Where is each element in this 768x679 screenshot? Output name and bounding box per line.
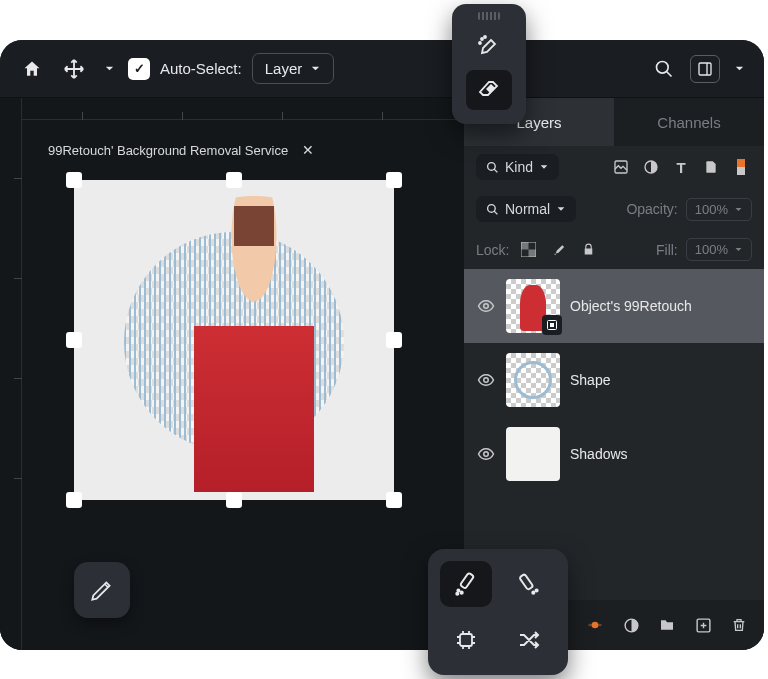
lock-label: Lock: xyxy=(476,242,509,258)
lock-position-icon[interactable] xyxy=(577,239,599,261)
layer-name: Shape xyxy=(570,372,610,388)
layer-row[interactable]: Shape xyxy=(464,343,764,417)
select-mode-dropdown[interactable]: Layer xyxy=(252,53,335,84)
tab-channels[interactable]: Channels xyxy=(614,98,764,146)
svg-point-14 xyxy=(484,452,489,457)
document-tab-title: 99Retouch' Background Removal Service xyxy=(48,143,288,158)
transform-handle-mr[interactable] xyxy=(386,332,402,348)
workspace-layout-button[interactable] xyxy=(690,55,720,83)
blend-row: Normal Opacity: 100% xyxy=(464,188,764,230)
transform-handle-tc[interactable] xyxy=(226,172,242,188)
document-tab-strip: 99Retouch' Background Removal Service ✕ xyxy=(40,136,322,164)
ruler-left xyxy=(0,98,22,650)
home-button[interactable] xyxy=(16,53,48,85)
svg-rect-5 xyxy=(737,159,745,167)
visibility-toggle[interactable] xyxy=(476,444,496,464)
svg-rect-1 xyxy=(699,63,711,75)
svg-point-0 xyxy=(657,61,669,73)
shuffle-tool[interactable] xyxy=(503,617,555,663)
workspace-layout-dropdown[interactable] xyxy=(730,53,748,85)
close-tab-button[interactable]: ✕ xyxy=(302,142,314,158)
layer-row[interactable]: Object's 99Retouch xyxy=(464,269,764,343)
document-canvas[interactable] xyxy=(74,180,394,500)
fx-button[interactable] xyxy=(584,614,606,636)
layer-thumbnail xyxy=(506,353,560,407)
svg-point-19 xyxy=(481,38,483,40)
layer-thumbnail xyxy=(506,279,560,333)
lock-row: Lock: Fill: 100% xyxy=(464,230,764,269)
transform-handle-tl[interactable] xyxy=(66,172,82,188)
filter-adjustment-icon[interactable] xyxy=(640,156,662,178)
top-toolbar: ✓ Auto-Select: Layer xyxy=(0,40,764,98)
svg-point-2 xyxy=(488,162,496,170)
svg-point-20 xyxy=(484,36,486,38)
pen-tool-button[interactable] xyxy=(74,562,130,618)
ruler-top xyxy=(22,98,464,120)
svg-point-21 xyxy=(479,42,481,44)
new-layer-button[interactable] xyxy=(692,614,714,636)
transform-handle-br[interactable] xyxy=(386,492,402,508)
canvas-area: 99Retouch' Background Removal Service ✕ xyxy=(0,98,464,650)
auto-select-checkbox[interactable]: ✓ xyxy=(128,58,150,80)
healing-brush-tool[interactable] xyxy=(440,561,492,607)
filter-smart-icon[interactable] xyxy=(730,156,752,178)
svg-rect-6 xyxy=(737,167,745,175)
svg-point-28 xyxy=(532,592,534,594)
auto-select-label: Auto-Select: xyxy=(160,60,242,77)
layer-filter-kind[interactable]: Kind xyxy=(476,154,559,180)
svg-point-27 xyxy=(536,589,538,591)
lock-pixels-icon[interactable] xyxy=(547,239,569,261)
transform-handle-bc[interactable] xyxy=(226,492,242,508)
opacity-label: Opacity: xyxy=(626,201,677,217)
delete-layer-button[interactable] xyxy=(728,614,750,636)
floating-brush-panel[interactable] xyxy=(452,4,526,124)
brush-tool[interactable] xyxy=(466,26,512,66)
transform-handle-ml[interactable] xyxy=(66,332,82,348)
svg-point-11 xyxy=(484,304,489,309)
svg-rect-26 xyxy=(519,574,533,590)
spot-healing-tool[interactable] xyxy=(503,561,555,607)
svg-point-25 xyxy=(456,593,458,595)
filter-type-icon[interactable]: T xyxy=(670,156,692,178)
fill-value[interactable]: 100% xyxy=(686,238,752,261)
fill-label: Fill: xyxy=(656,242,678,258)
eraser-tool[interactable] xyxy=(466,70,512,110)
svg-rect-10 xyxy=(528,250,536,258)
transform-handle-tr[interactable] xyxy=(386,172,402,188)
layer-name: Shadows xyxy=(570,446,628,462)
smart-object-badge xyxy=(542,315,562,335)
visibility-toggle[interactable] xyxy=(476,370,496,390)
opacity-value[interactable]: 100% xyxy=(686,198,752,221)
svg-rect-22 xyxy=(460,573,474,589)
move-tool-dropdown[interactable] xyxy=(100,53,118,85)
transform-handle-bl[interactable] xyxy=(66,492,82,508)
svg-point-24 xyxy=(461,592,463,594)
svg-rect-29 xyxy=(460,634,472,646)
svg-point-13 xyxy=(484,378,489,383)
filter-pixel-icon[interactable] xyxy=(610,156,632,178)
visibility-toggle[interactable] xyxy=(476,296,496,316)
main-area: 99Retouch' Background Removal Service ✕ xyxy=(0,98,764,650)
group-button[interactable] xyxy=(656,614,678,636)
filter-shape-icon[interactable] xyxy=(700,156,722,178)
blend-mode-dropdown[interactable]: Normal xyxy=(476,196,576,222)
subject-layer xyxy=(166,196,342,492)
document-tab[interactable]: 99Retouch' Background Removal Service ✕ xyxy=(40,136,322,164)
floating-tools-panel[interactable] xyxy=(428,549,568,675)
layer-row[interactable]: Shadows xyxy=(464,417,764,491)
select-mode-value: Layer xyxy=(265,60,303,77)
layer-name: Object's 99Retouch xyxy=(570,298,692,314)
svg-rect-9 xyxy=(521,242,529,250)
svg-point-7 xyxy=(488,204,496,212)
layer-filter-row: Kind T xyxy=(464,146,764,188)
chip-tool[interactable] xyxy=(440,617,492,663)
svg-point-23 xyxy=(457,589,459,591)
move-tool-button[interactable] xyxy=(58,53,90,85)
search-button[interactable] xyxy=(648,53,680,85)
layer-thumbnail xyxy=(506,427,560,481)
app-window: ✓ Auto-Select: Layer xyxy=(0,40,764,650)
mask-button[interactable] xyxy=(620,614,642,636)
lock-transparency-icon[interactable] xyxy=(517,239,539,261)
svg-rect-16 xyxy=(588,624,601,627)
drag-grip[interactable] xyxy=(478,12,500,20)
